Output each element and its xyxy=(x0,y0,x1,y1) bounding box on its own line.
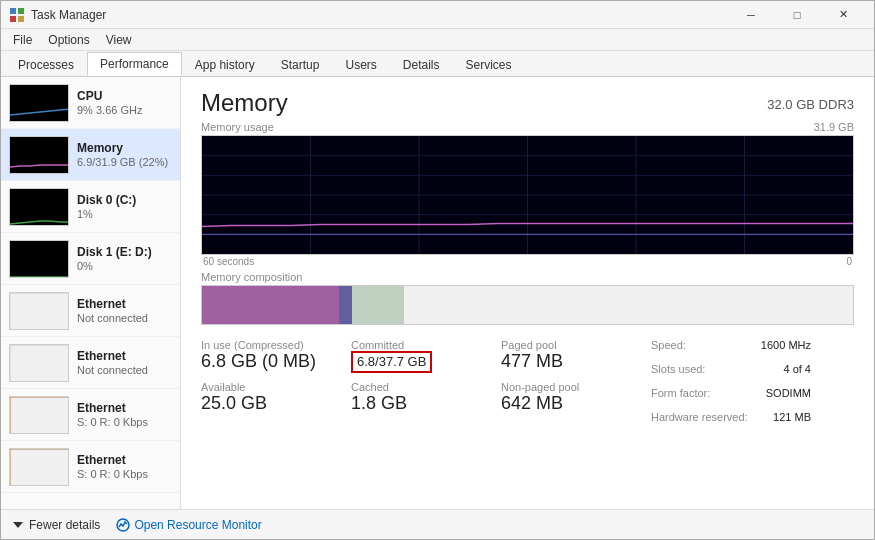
sidebar-item-eth3[interactable]: Ethernet S: 0 R: 0 Kbps xyxy=(1,389,180,441)
tab-performance[interactable]: Performance xyxy=(87,52,182,76)
disk1-info: Disk 1 (E: D:) 0% xyxy=(77,245,172,272)
comp-in-use xyxy=(202,286,339,324)
stat-in-use: In use (Compressed) 6.8 GB (0 MB) xyxy=(201,339,321,373)
sidebar-item-disk0[interactable]: Disk 0 (C:) 1% xyxy=(1,181,180,233)
fewer-details-button[interactable]: Fewer details xyxy=(11,518,100,532)
sidebar-item-cpu[interactable]: CPU 9% 3.66 GHz xyxy=(1,77,180,129)
disk0-mini-graph xyxy=(9,188,69,226)
svg-rect-5 xyxy=(10,137,69,174)
stat-speed-label: Speed: xyxy=(651,339,686,351)
menu-options[interactable]: Options xyxy=(40,31,97,49)
eth3-title: Ethernet xyxy=(77,401,172,415)
memory-mini-graph xyxy=(9,136,69,174)
sidebar-item-disk1[interactable]: Disk 1 (E: D:) 0% xyxy=(1,233,180,285)
memory-info: Memory 6.9/31.9 GB (22%) xyxy=(77,141,172,168)
stat-non-paged-pool-value: 642 MB xyxy=(501,393,621,415)
stat-form-row: Form factor: SODIMM xyxy=(651,387,811,399)
tab-details[interactable]: Details xyxy=(390,52,453,76)
stat-hw-reserved-label: Hardware reserved: xyxy=(651,411,748,423)
eth3-info: Ethernet S: 0 R: 0 Kbps xyxy=(77,401,172,428)
stat-paged-pool: Paged pool 477 MB xyxy=(501,339,621,373)
composition-label: Memory composition xyxy=(201,271,854,283)
sidebar-item-memory[interactable]: Memory 6.9/31.9 GB (22%) xyxy=(1,129,180,181)
svg-rect-3 xyxy=(18,16,24,22)
eth3-subtitle: S: 0 R: 0 Kbps xyxy=(77,416,172,428)
eth4-mini-graph xyxy=(9,448,69,486)
sidebar-item-eth4[interactable]: Ethernet S: 0 R: 0 Kbps xyxy=(1,441,180,493)
svg-rect-0 xyxy=(10,8,16,14)
stats-middle-col: Committed 6.8/37.7 GB Cached 1.8 GB xyxy=(351,339,471,427)
task-manager-window: Task Manager ─ □ ✕ File Options View Pro… xyxy=(0,0,875,540)
fewer-details-label: Fewer details xyxy=(29,518,100,532)
svg-rect-4 xyxy=(10,85,69,122)
stat-non-paged-pool: Non-paged pool 642 MB xyxy=(501,381,621,415)
cpu-title: CPU xyxy=(77,89,172,103)
main-content: CPU 9% 3.66 GHz Memory 6.9/31.9 GB (22%) xyxy=(1,77,874,509)
stat-slots-value: 4 of 4 xyxy=(783,363,811,375)
detail-header: Memory 32.0 GB DDR3 xyxy=(181,77,874,121)
stat-committed-highlighted: 6.8/37.7 GB xyxy=(351,351,432,373)
tab-services[interactable]: Services xyxy=(453,52,525,76)
stat-hw-reserved-row: Hardware reserved: 121 MB xyxy=(651,411,811,423)
resource-monitor-icon xyxy=(116,518,130,532)
stat-cached-value: 1.8 GB xyxy=(351,393,471,415)
stat-available-label: Available xyxy=(201,381,321,393)
eth3-mini-graph xyxy=(9,396,69,434)
app-icon xyxy=(9,7,25,23)
eth4-title: Ethernet xyxy=(77,453,172,467)
disk1-mini-graph xyxy=(9,240,69,278)
stat-form-label: Form factor: xyxy=(651,387,710,399)
minimize-button[interactable]: ─ xyxy=(728,1,774,29)
stat-form-value: SODIMM xyxy=(766,387,811,399)
eth2-title: Ethernet xyxy=(77,349,172,363)
stat-non-paged-pool-label: Non-paged pool xyxy=(501,381,621,393)
stat-in-use-label: In use (Compressed) xyxy=(201,339,321,351)
sidebar-item-eth2[interactable]: Ethernet Not connected xyxy=(1,337,180,389)
fewer-details-icon xyxy=(11,518,25,532)
sidebar-item-eth1[interactable]: Ethernet Not connected xyxy=(1,285,180,337)
stats-right-col: Speed: 1600 MHz Slots used: 4 of 4 Form … xyxy=(651,339,811,427)
chart-max-label: 31.9 GB xyxy=(814,121,854,133)
open-resource-monitor-button[interactable]: Open Resource Monitor xyxy=(116,518,261,532)
stat-committed: Committed 6.8/37.7 GB xyxy=(351,339,471,373)
stats-left-col: In use (Compressed) 6.8 GB (0 MB) Availa… xyxy=(201,339,321,427)
disk0-info: Disk 0 (C:) 1% xyxy=(77,193,172,220)
chart-label-text: Memory usage xyxy=(201,121,274,133)
comp-standby xyxy=(352,286,404,324)
stat-cached: Cached 1.8 GB xyxy=(351,381,471,415)
svg-marker-23 xyxy=(13,522,23,528)
eth4-info: Ethernet S: 0 R: 0 Kbps xyxy=(77,453,172,480)
svg-rect-10 xyxy=(10,397,69,434)
maximize-button[interactable]: □ xyxy=(774,1,820,29)
footer-bar: Fewer details Open Resource Monitor xyxy=(1,509,874,539)
eth1-subtitle: Not connected xyxy=(77,312,172,324)
stat-speed-value: 1600 MHz xyxy=(761,339,811,351)
close-button[interactable]: ✕ xyxy=(820,1,866,29)
memory-chart-svg xyxy=(202,136,853,254)
eth1-title: Ethernet xyxy=(77,297,172,311)
memory-composition-section: Memory composition xyxy=(181,267,874,331)
tab-processes[interactable]: Processes xyxy=(5,52,87,76)
tab-startup[interactable]: Startup xyxy=(268,52,333,76)
detail-title: Memory xyxy=(201,89,288,117)
menu-file[interactable]: File xyxy=(5,31,40,49)
stat-speed-row: Speed: 1600 MHz xyxy=(651,339,811,351)
stats-section: In use (Compressed) 6.8 GB (0 MB) Availa… xyxy=(181,331,874,435)
chart-time-start: 60 seconds xyxy=(203,256,254,267)
svg-rect-11 xyxy=(10,449,69,486)
eth1-mini-graph xyxy=(9,292,69,330)
menu-view[interactable]: View xyxy=(98,31,140,49)
title-bar: Task Manager ─ □ ✕ xyxy=(1,1,874,29)
tab-users[interactable]: Users xyxy=(332,52,389,76)
svg-rect-2 xyxy=(10,16,16,22)
open-resource-monitor-label: Open Resource Monitor xyxy=(134,518,261,532)
memory-subtitle: 6.9/31.9 GB (22%) xyxy=(77,156,172,168)
svg-rect-8 xyxy=(10,293,69,330)
stat-committed-value: 6.8/37.7 GB xyxy=(351,351,471,373)
tab-app-history[interactable]: App history xyxy=(182,52,268,76)
memory-title: Memory xyxy=(77,141,172,155)
stat-slots-row: Slots used: 4 of 4 xyxy=(651,363,811,375)
memory-usage-section: Memory usage 31.9 GB xyxy=(181,121,874,267)
window-title: Task Manager xyxy=(31,8,106,22)
chart-time-labels: 60 seconds 0 xyxy=(201,256,854,267)
